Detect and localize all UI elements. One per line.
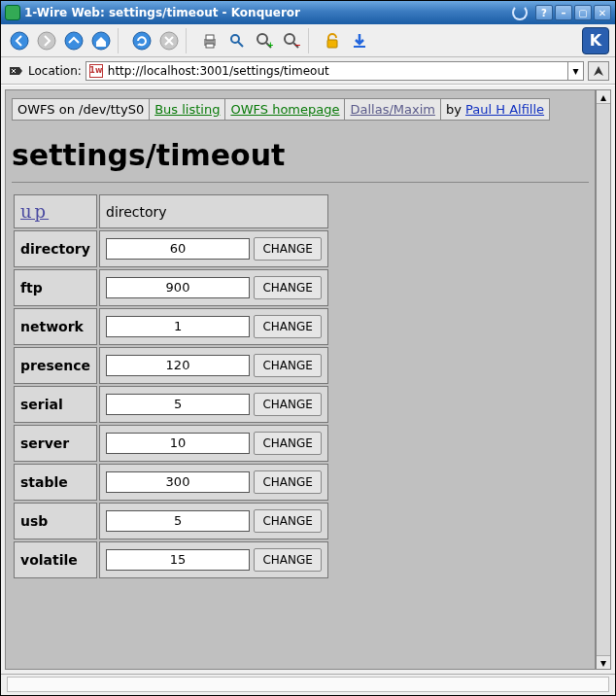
row-label-presence: presence — [14, 347, 97, 384]
stable-input[interactable] — [106, 471, 250, 493]
security-button[interactable] — [320, 28, 345, 53]
server-change-button[interactable]: CHANGE — [254, 432, 321, 455]
nav-dallas-maxim-link[interactable]: Dallas/Maxim — [350, 102, 434, 117]
back-button[interactable] — [7, 28, 32, 53]
table-row: usb CHANGE — [14, 503, 328, 539]
volatile-input[interactable] — [106, 549, 250, 571]
nav-byline: by Paul H Alfille — [440, 99, 549, 121]
nav-owfs-homepage-link[interactable]: OWFS homepage — [230, 102, 339, 117]
find-button[interactable] — [224, 28, 250, 53]
network-input[interactable] — [106, 316, 250, 337]
svg-rect-7 — [206, 35, 214, 40]
stable-change-button[interactable]: CHANGE — [254, 470, 321, 494]
reload-button[interactable] — [129, 28, 154, 53]
volatile-change-button[interactable]: CHANGE — [254, 548, 321, 572]
scroll-down-button[interactable]: ▾ — [597, 655, 610, 669]
window-title: 1-Wire Web: settings/timeout - Konqueror — [24, 6, 506, 19]
scroll-track[interactable] — [597, 104, 610, 655]
download-button[interactable] — [347, 28, 372, 53]
location-label: Location: — [28, 64, 82, 78]
maximize-button[interactable]: ▢ — [574, 5, 592, 20]
network-change-button[interactable]: CHANGE — [254, 315, 321, 338]
row-controls: CHANGE — [99, 386, 328, 423]
directory-input[interactable] — [106, 238, 250, 260]
location-dropdown-button[interactable]: ▾ — [567, 62, 583, 80]
serial-change-button[interactable]: CHANGE — [254, 393, 321, 416]
nav-owfs-device: OWFS on /dev/ttyS0 — [13, 99, 150, 121]
svg-text:+: + — [267, 41, 274, 50]
row-label-network: network — [14, 308, 97, 345]
ftp-change-button[interactable]: CHANGE — [254, 276, 321, 299]
go-button[interactable] — [588, 61, 609, 81]
page-body: OWFS on /dev/ttyS0 Bus listing OWFS home… — [6, 90, 595, 588]
table-row: ftp CHANGE — [14, 269, 328, 306]
svg-line-10 — [238, 42, 243, 47]
row-label-ftp: ftp — [14, 269, 97, 306]
nav-bus-listing-link[interactable]: Bus listing — [154, 102, 220, 117]
svg-point-4 — [133, 32, 151, 50]
svg-rect-19 — [10, 67, 19, 75]
location-input[interactable] — [106, 64, 567, 78]
svg-point-14 — [285, 34, 294, 44]
kde-logo-icon: K — [582, 27, 609, 54]
presence-input[interactable] — [106, 355, 250, 376]
presence-change-button[interactable]: CHANGE — [254, 354, 321, 377]
app-icon — [5, 5, 20, 20]
throbber-icon — [512, 5, 528, 20]
table-row: presence CHANGE — [14, 347, 328, 384]
svg-rect-17 — [327, 40, 337, 48]
row-label-directory: directory — [14, 230, 97, 267]
konqueror-window: 1-Wire Web: settings/timeout - Konqueror… — [0, 0, 616, 696]
titlebar: 1-Wire Web: settings/timeout - Konqueror… — [1, 1, 615, 24]
zoom-in-button[interactable]: + — [252, 28, 277, 53]
home-button[interactable] — [88, 28, 114, 53]
close-button[interactable]: ✕ — [594, 5, 611, 20]
server-input[interactable] — [106, 433, 250, 454]
scroll-thumb[interactable] — [597, 104, 610, 655]
stop-button — [156, 28, 182, 53]
clear-location-button[interactable] — [7, 62, 24, 80]
serial-input[interactable] — [106, 394, 250, 415]
page-viewport: OWFS on /dev/ttyS0 Bus listing OWFS home… — [5, 89, 596, 670]
scroll-up-button[interactable]: ▴ — [597, 90, 610, 104]
minimize-button[interactable]: – — [555, 5, 572, 20]
nav-author-link[interactable]: Paul H Alfille — [465, 102, 544, 117]
vertical-scrollbar[interactable]: ▴ ▾ — [596, 89, 611, 670]
svg-point-0 — [11, 32, 28, 50]
svg-point-2 — [65, 32, 83, 50]
page-title: settings/timeout — [12, 138, 589, 172]
table-row: server CHANGE — [14, 425, 328, 462]
usb-change-button[interactable]: CHANGE — [254, 509, 321, 533]
directory-header-cell: directory — [99, 194, 328, 228]
row-controls: CHANGE — [99, 347, 328, 384]
up-link[interactable]: up — [20, 201, 49, 222]
status-bar — [1, 674, 615, 695]
favicon-icon: 1w — [89, 64, 103, 78]
help-button[interactable]: ? — [535, 5, 553, 20]
main-toolbar: + − K — [1, 24, 615, 57]
content-wrap: OWFS on /dev/ttyS0 Bus listing OWFS home… — [1, 85, 615, 674]
directory-change-button[interactable]: CHANGE — [254, 237, 321, 261]
row-controls: CHANGE — [99, 425, 328, 462]
print-button[interactable] — [197, 28, 222, 53]
svg-point-11 — [257, 34, 267, 44]
row-controls: CHANGE — [99, 269, 328, 306]
usb-input[interactable] — [106, 510, 250, 532]
svg-point-9 — [231, 35, 239, 43]
svg-point-1 — [38, 32, 55, 50]
row-label-volatile: volatile — [14, 541, 97, 578]
table-row: directory CHANGE — [14, 230, 328, 267]
row-controls: CHANGE — [99, 541, 328, 578]
row-label-serial: serial — [14, 386, 97, 423]
row-label-stable: stable — [14, 464, 97, 501]
table-row: stable CHANGE — [14, 464, 328, 501]
settings-table: up directory directory CHANGEftp CHANGEn… — [12, 192, 330, 580]
up-button[interactable] — [61, 28, 86, 53]
zoom-out-button[interactable]: − — [279, 28, 304, 53]
top-nav-table: OWFS on /dev/ttyS0 Bus listing OWFS home… — [12, 98, 550, 121]
table-row: serial CHANGE — [14, 386, 328, 423]
ftp-input[interactable] — [106, 277, 250, 298]
forward-button — [34, 28, 59, 53]
status-text — [7, 677, 609, 692]
location-bar: Location: 1w ▾ — [1, 57, 615, 85]
